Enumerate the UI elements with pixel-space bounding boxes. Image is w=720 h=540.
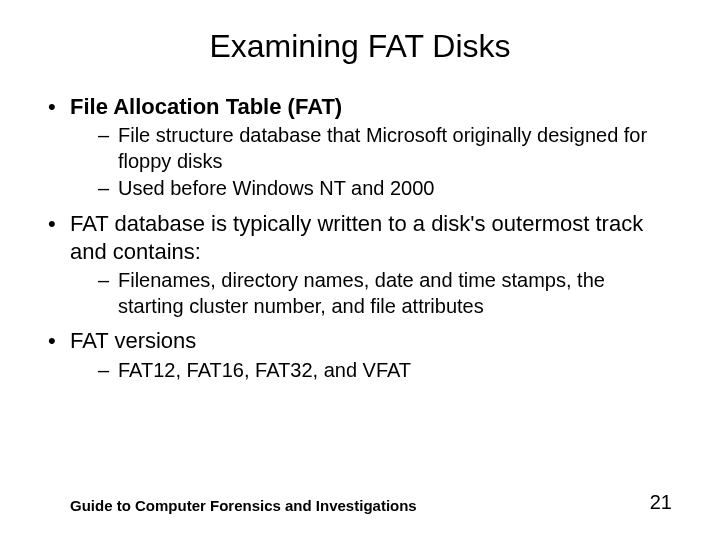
slide: Examining FAT Disks File Allocation Tabl… — [0, 0, 720, 540]
sub-item: FAT12, FAT16, FAT32, and VFAT — [98, 358, 672, 384]
bullet-list: File Allocation Table (FAT) File structu… — [48, 93, 672, 383]
bullet-label: FAT database is typically written to a d… — [70, 211, 643, 264]
bullet-item: File Allocation Table (FAT) File structu… — [48, 93, 672, 202]
bullet-label: File Allocation Table (FAT) — [70, 94, 342, 119]
sub-item: Filenames, directory names, date and tim… — [98, 268, 672, 319]
slide-title: Examining FAT Disks — [0, 0, 720, 83]
sub-item: Used before Windows NT and 2000 — [98, 176, 672, 202]
sub-list: Filenames, directory names, date and tim… — [70, 268, 672, 319]
footer-text: Guide to Computer Forensics and Investig… — [70, 497, 417, 514]
page-number: 21 — [650, 491, 672, 514]
sub-list: File structure database that Microsoft o… — [70, 123, 672, 202]
sub-item: File structure database that Microsoft o… — [98, 123, 672, 174]
bullet-item: FAT database is typically written to a d… — [48, 210, 672, 320]
sub-list: FAT12, FAT16, FAT32, and VFAT — [70, 358, 672, 384]
bullet-label: FAT versions — [70, 328, 196, 353]
slide-content: File Allocation Table (FAT) File structu… — [0, 83, 720, 383]
bullet-item: FAT versions FAT12, FAT16, FAT32, and VF… — [48, 327, 672, 383]
